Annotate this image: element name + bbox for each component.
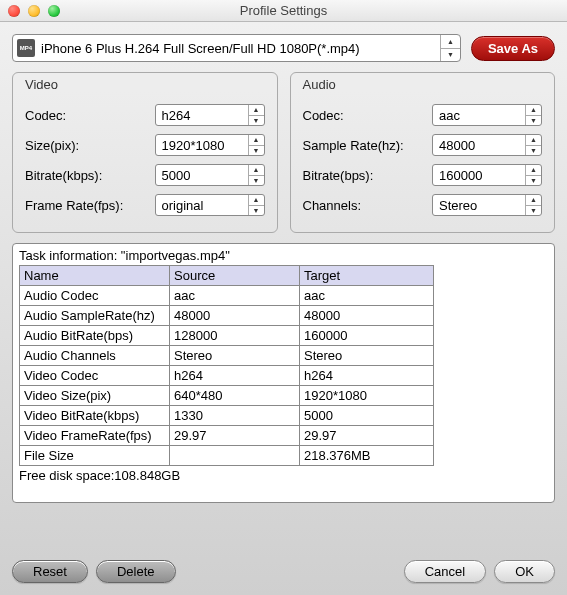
table-row: Audio ChannelsStereoStereo xyxy=(20,346,434,366)
task-table: Name Source Target Audio CodecaacaacAudi… xyxy=(19,265,434,466)
cell-target: h264 xyxy=(300,366,434,386)
video-panel: Video Codec: h264 ▲▼ Size(pix): 1920*108… xyxy=(12,72,278,233)
audio-samplerate-select[interactable]: 48000 ▲▼ xyxy=(432,134,542,156)
cell-source: 48000 xyxy=(170,306,300,326)
table-row: File Size218.376MB xyxy=(20,446,434,466)
task-header: Task information: "importvegas.mp4" xyxy=(19,248,548,263)
chevron-updown-icon: ▲▼ xyxy=(525,195,541,215)
profile-selector[interactable]: MP4 iPhone 6 Plus H.264 Full Screen/Full… xyxy=(12,34,461,62)
col-target: Target xyxy=(300,266,434,286)
audio-samplerate-label: Sample Rate(hz): xyxy=(303,138,433,153)
cell-source: h264 xyxy=(170,366,300,386)
video-panel-title: Video xyxy=(25,77,265,92)
cell-source: 29.97 xyxy=(170,426,300,446)
cell-target: 160000 xyxy=(300,326,434,346)
cell-name: Audio Codec xyxy=(20,286,170,306)
cell-source: Stereo xyxy=(170,346,300,366)
audio-panel: Audio Codec: aac ▲▼ Sample Rate(hz): 480… xyxy=(290,72,556,233)
cancel-button[interactable]: Cancel xyxy=(404,560,486,583)
save-as-button[interactable]: Save As xyxy=(471,36,555,61)
audio-codec-select[interactable]: aac ▲▼ xyxy=(432,104,542,126)
reset-button[interactable]: Reset xyxy=(12,560,88,583)
window-body: MP4 iPhone 6 Plus H.264 Full Screen/Full… xyxy=(0,22,567,595)
video-size-label: Size(pix): xyxy=(25,138,155,153)
cell-name: Audio BitRate(bps) xyxy=(20,326,170,346)
ok-button[interactable]: OK xyxy=(494,560,555,583)
titlebar: Profile Settings xyxy=(0,0,567,22)
table-row: Video BitRate(kbps)13305000 xyxy=(20,406,434,426)
audio-panel-title: Audio xyxy=(303,77,543,92)
video-codec-select[interactable]: h264 ▲▼ xyxy=(155,104,265,126)
chevron-updown-icon: ▲▼ xyxy=(248,195,264,215)
cell-source: 1330 xyxy=(170,406,300,426)
cell-name: Video Size(pix) xyxy=(20,386,170,406)
cell-target: Stereo xyxy=(300,346,434,366)
table-row: Audio Codecaacaac xyxy=(20,286,434,306)
cell-name: Video BitRate(kbps) xyxy=(20,406,170,426)
table-row: Audio SampleRate(hz)4800048000 xyxy=(20,306,434,326)
chevron-updown-icon: ▲▼ xyxy=(525,105,541,125)
free-disk-space: Free disk space:108.848GB xyxy=(19,468,548,483)
task-information-box: Task information: "importvegas.mp4" Name… xyxy=(12,243,555,503)
chevron-updown-icon: ▲▼ xyxy=(248,105,264,125)
cell-name: File Size xyxy=(20,446,170,466)
cell-name: Video Codec xyxy=(20,366,170,386)
profile-selected-label: iPhone 6 Plus H.264 Full Screen/Full HD … xyxy=(41,41,440,56)
col-source: Source xyxy=(170,266,300,286)
chevron-updown-icon: ▲▼ xyxy=(525,135,541,155)
cell-source: 640*480 xyxy=(170,386,300,406)
window-title: Profile Settings xyxy=(0,3,567,18)
delete-button[interactable]: Delete xyxy=(96,560,176,583)
video-bitrate-select[interactable]: 5000 ▲▼ xyxy=(155,164,265,186)
cell-name: Video FrameRate(fps) xyxy=(20,426,170,446)
audio-bitrate-label: Bitrate(bps): xyxy=(303,168,433,183)
video-size-select[interactable]: 1920*1080 ▲▼ xyxy=(155,134,265,156)
cell-target: 29.97 xyxy=(300,426,434,446)
audio-codec-label: Codec: xyxy=(303,108,433,123)
video-bitrate-label: Bitrate(kbps): xyxy=(25,168,155,183)
cell-name: Audio SampleRate(hz) xyxy=(20,306,170,326)
cell-target: aac xyxy=(300,286,434,306)
table-row: Video Size(pix)640*4801920*1080 xyxy=(20,386,434,406)
audio-channels-select[interactable]: Stereo ▲▼ xyxy=(432,194,542,216)
audio-channels-label: Channels: xyxy=(303,198,433,213)
col-name: Name xyxy=(20,266,170,286)
chevron-updown-icon: ▲▼ xyxy=(525,165,541,185)
video-framerate-select[interactable]: original ▲▼ xyxy=(155,194,265,216)
cell-target: 218.376MB xyxy=(300,446,434,466)
table-row: Video FrameRate(fps)29.9729.97 xyxy=(20,426,434,446)
cell-target: 1920*1080 xyxy=(300,386,434,406)
cell-source xyxy=(170,446,300,466)
video-framerate-label: Frame Rate(fps): xyxy=(25,198,155,213)
chevron-updown-icon: ▲▼ xyxy=(248,165,264,185)
table-row: Video Codech264h264 xyxy=(20,366,434,386)
table-row: Audio BitRate(bps)128000160000 xyxy=(20,326,434,346)
profile-stepper-icon[interactable]: ▲▼ xyxy=(440,35,460,61)
cell-source: 128000 xyxy=(170,326,300,346)
cell-target: 5000 xyxy=(300,406,434,426)
cell-target: 48000 xyxy=(300,306,434,326)
chevron-updown-icon: ▲▼ xyxy=(248,135,264,155)
video-codec-label: Codec: xyxy=(25,108,155,123)
cell-name: Audio Channels xyxy=(20,346,170,366)
audio-bitrate-select[interactable]: 160000 ▲▼ xyxy=(432,164,542,186)
mp4-file-icon: MP4 xyxy=(17,39,35,57)
cell-source: aac xyxy=(170,286,300,306)
